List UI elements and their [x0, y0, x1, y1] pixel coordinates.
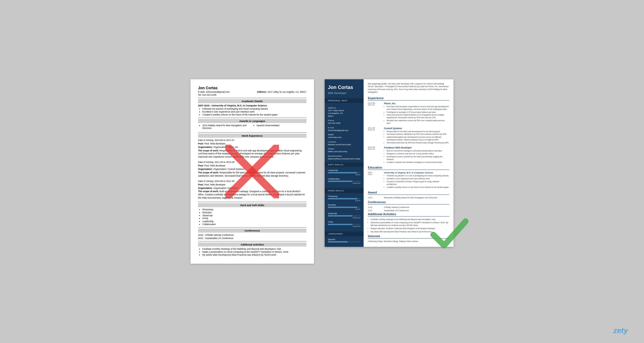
exp-date-3: 2010-06 -2011-05 — [368, 146, 382, 164]
skill-illustrator: Illustrator Expert — [328, 204, 360, 210]
edu-entry-1: 2007 -2010 University of Virginia, M.S. … — [368, 172, 449, 189]
list-item: HTML — [202, 217, 306, 220]
exp-company-3: Freelance Web Developer — [384, 146, 449, 149]
plain-job1-org: Organization: Organization: Flexor, Inc. — [198, 146, 306, 149]
list-item: Delivered a presentation on cloud comput… — [371, 221, 449, 227]
phone-value: 310-242-0196 — [328, 122, 360, 125]
email-label: E-mail — [328, 126, 360, 129]
skill-spanish-fill — [328, 241, 347, 243]
main-summary: Eye-poppingly prolific, full stack web d… — [368, 83, 449, 94]
list-item: My article Web Development Best Practice… — [202, 253, 306, 256]
sidebar-header: Jon Cortas Web Developer — [325, 79, 364, 98]
edu-degree-1: University of Virginia, M.S. in Computer… — [384, 172, 449, 174]
stackoverflow-value: stackoverflow.com/users/Jon-Cortas — [328, 158, 360, 161]
exp-bullets-1: Full stack web developer responsible for… — [384, 105, 449, 125]
conf-entry-1: 2016 O'Reilly Velocity Conference — [368, 206, 449, 208]
skill-illustrator-name: Illustrator — [328, 204, 360, 206]
exp-content-3: Freelance Web Developer Built an ecommer… — [384, 146, 449, 164]
skill-photoshop-level: Expert — [328, 200, 360, 202]
skill-spanish-bar — [328, 241, 360, 243]
www-value: JonCortas.com — [328, 136, 360, 139]
skill-spanish-name: Spanish — [328, 238, 360, 241]
interests-text: Collecting Vinyls, Mountain biking, Play… — [368, 240, 449, 243]
plain-address: 1417 Libby St Los Angeles, CA, 90017 — [267, 91, 306, 93]
resume-main-content: Eye-poppingly prolific, full stack web d… — [364, 79, 453, 247]
plain-activities-list: Facilitate monthly meetings of the Webfi… — [198, 248, 306, 256]
skill-collaboration: Collaboration Advanced — [328, 178, 360, 184]
interests-section-title: Interests — [368, 234, 449, 238]
skill-leadership-name: Leadership — [328, 169, 360, 172]
skill-collaboration-level: Advanced — [328, 182, 360, 184]
skill-javascript-fill — [328, 215, 352, 217]
plain-activities-section: Additonal activities — [198, 243, 306, 247]
skill-photoshop: Photoshop Expert — [328, 195, 360, 202]
skill-leadership-level: Expert — [328, 174, 360, 176]
styled-resume-wrapper: Jon Cortas Web Developer Personal Info A… — [325, 79, 453, 247]
list-item: Drove best practice implementation for 2… — [387, 114, 449, 119]
skill-javascript-name: Javascript — [328, 212, 360, 215]
skill-leadership-bar — [328, 172, 360, 173]
plain-job2-scope: The scope of work: Responsible for full … — [198, 171, 306, 178]
list-item: Full stack web developer responsible for… — [387, 105, 449, 111]
languages-content: Spanish — [325, 236, 364, 247]
award-year: 2015 — [368, 196, 382, 199]
soft-skills-label: Soft Skills — [325, 162, 364, 167]
conf-year-2: 2015 — [368, 209, 382, 212]
plain-skills-list: Photoshop Illustrator Javascript HTML Le… — [198, 208, 306, 226]
skill-collaboration-fill — [328, 181, 352, 182]
list-item: Built an ecommerce webapp to sell potty … — [387, 150, 449, 152]
list-item: Regular attendee, Southern California We… — [371, 227, 449, 230]
skill-leadership: Leadership Expert — [328, 169, 360, 176]
skill-photoshop-bar — [328, 198, 360, 199]
experience-section-title: Experience — [368, 96, 449, 100]
plain-skills-section: Hard and Soft Skills — [198, 203, 306, 207]
list-item: Photoshop — [202, 208, 306, 211]
list-item: Made a presentation on cloud computing a… — [202, 251, 306, 253]
list-item: Decreased lead times by 30% and reduced … — [387, 141, 449, 144]
conf-year-1: 2016 — [368, 206, 382, 208]
list-item: Spanish (intermediate) — [257, 124, 306, 127]
skill-leadership-fill — [328, 172, 357, 173]
list-item: Increased customer satisfaction by 35% a… — [387, 133, 449, 136]
skill-javascript-bar — [328, 215, 360, 217]
hard-skills-content: Photoshop Expert Illustrator Expert — [325, 193, 364, 232]
award-entry: 2015 Received a Webby Award for Best Nav… — [368, 196, 449, 199]
conferences-section-title: Conferences — [368, 200, 449, 204]
plain-name: Jon Cortas — [198, 86, 306, 90]
plain-conf-1: 2016 - O'Reilly Velocity Conference — [198, 234, 306, 236]
email-value: JonCortas@gmail.com — [328, 129, 360, 132]
exp-date-1: 2013-06 -2017-07 — [368, 102, 382, 125]
twitter-label: Twitter — [328, 148, 360, 150]
list-item: Boosted user experience scores by 55% ov… — [387, 119, 449, 125]
twitter-value: twitter.com/JonCortas — [328, 150, 360, 153]
plain-job3-post: Post: Post: Web developer — [198, 183, 306, 187]
plain-conferences-section: Conferences — [198, 229, 306, 233]
address-value: 1417 Libby StreetLos Angeles, CA90017 — [328, 109, 360, 118]
list-item: Facilitate monthly meetings of the Webfi… — [371, 218, 449, 221]
styled-title: Web Developer — [328, 92, 360, 95]
skill-photoshop-name: Photoshop — [328, 195, 360, 197]
plain-tel: Tel: 310-242-0196 — [198, 94, 306, 96]
skill-illustrator-level: Expert — [328, 208, 360, 210]
award-section-title: Award — [368, 191, 449, 195]
list-item: Created a weekly column on the future of… — [387, 186, 449, 189]
plain-job1-post: Post: Post: Web developer — [198, 142, 306, 146]
skill-html-name: HTML — [328, 221, 360, 223]
skill-illustrator-fill — [328, 207, 357, 208]
exp-content-1: Flexor, Inc. Full stack web developer re… — [384, 102, 449, 125]
list-item: Responsible for full stack web developme… — [387, 130, 449, 133]
plain-job2-date: Date of Joining: 2011-05 to 2013-06 — [198, 161, 306, 164]
plain-job3-date: Date of Joining: 2010-06 to 2011-05 — [198, 180, 306, 183]
plain-job-1: Date of Joining: 2013-06 to 2017-07 Post… — [198, 139, 306, 159]
exp-bullets-3: Built an ecommerce webapp to sell potty … — [384, 150, 449, 163]
list-item: Followed my passion in a core of prototy… — [387, 174, 449, 177]
plain-job2-post: Post: Post: Web developer — [198, 164, 306, 167]
skill-html-level: Advanced — [328, 225, 360, 227]
award-text: Received a Webby Award for Best Navigati… — [384, 196, 438, 199]
list-item: Created a website and donations webapp f… — [387, 161, 449, 164]
list-item: Created a weekly column on the future of… — [202, 113, 306, 116]
personal-info-content: Address 1417 Libby StreetLos Angeles, CA… — [325, 103, 364, 163]
exp-entry-3: 2010-06 -2011-05 Freelance Web Developer… — [368, 146, 449, 164]
list-item: Leadership — [202, 220, 306, 223]
skill-html-fill — [328, 224, 352, 225]
